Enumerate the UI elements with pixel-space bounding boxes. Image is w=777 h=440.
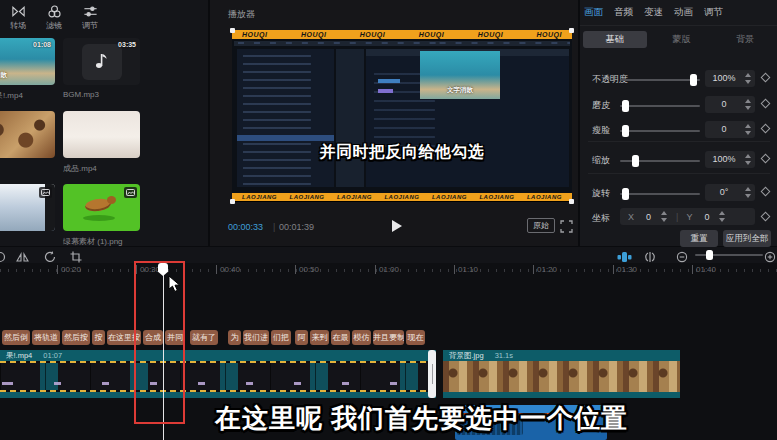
slider-handle[interactable] (622, 125, 629, 137)
coordinate-box: X 0 | Y 0 (620, 208, 755, 225)
subtitle-clip[interactable]: 们把 (271, 330, 291, 345)
subtitle-clip[interactable]: 将轨道 (32, 330, 60, 345)
media-item-donuts[interactable] (0, 111, 55, 158)
clip-header: 果!.mp4 01:07 (0, 350, 436, 361)
keyframe-diamond-icon[interactable] (761, 99, 771, 109)
subtab-蒙版[interactable]: 蒙版 (650, 31, 714, 48)
subtitle-clip[interactable]: 模仿 (352, 330, 371, 345)
value-box: 0° (705, 184, 755, 201)
timeline-ruler[interactable]: 00:2000:3000:4000:5001:0001:1001:2001:30… (0, 263, 777, 277)
value-stepper[interactable] (745, 124, 751, 135)
value-stepper[interactable] (745, 99, 751, 110)
value-stepper[interactable] (745, 73, 751, 84)
tab-音频[interactable]: 音频 (614, 6, 633, 19)
watermark-text: HOUQI (360, 31, 385, 38)
value-stepper[interactable] (745, 154, 751, 165)
watermark-text: LAOJIANG (479, 194, 514, 200)
apply-to-all-button[interactable]: 应用到全部 (723, 230, 771, 247)
slider-track[interactable] (620, 193, 700, 195)
clip-name: 背景图.jpg (449, 351, 484, 360)
image-clip[interactable]: 背景图.jpg 31.1s (443, 350, 680, 398)
video-corner-handle[interactable] (569, 199, 574, 204)
media-item-tiger[interactable] (63, 184, 140, 231)
slider-row-磨皮: 磨皮0 (580, 94, 777, 112)
tool-调节[interactable]: 调节 (78, 2, 102, 36)
properties-subtabs: 基础蒙版背景 (580, 31, 777, 48)
ruler-label: 01:20 (533, 265, 557, 274)
media-item-audio[interactable]: 03:35 (63, 38, 140, 85)
tab-动画[interactable]: 动画 (674, 6, 693, 19)
tab-调节[interactable]: 调节 (704, 6, 723, 19)
reset-button[interactable]: 重置 (680, 230, 718, 247)
keyframe-diamond-icon[interactable] (761, 187, 771, 197)
subtitle-clip[interactable]: 为 (228, 330, 241, 345)
screen-recording-mid-panel (336, 49, 364, 187)
slider-handle[interactable] (690, 74, 697, 86)
subtitle-clip[interactable]: 然后按 (62, 330, 90, 345)
subtitle-clip[interactable]: 阿 (295, 330, 308, 345)
adjust-icon (78, 4, 102, 19)
media-item-bedroom[interactable] (63, 111, 140, 158)
inset-label: 文字消散 (420, 86, 500, 95)
ruler-label: 01:40 (692, 265, 716, 274)
keyframe-diamond-icon[interactable] (761, 212, 771, 222)
video-corner-handle[interactable] (569, 28, 574, 33)
play-button[interactable] (392, 220, 402, 232)
mouse-cursor (168, 275, 181, 297)
video-corner-handle[interactable] (230, 199, 235, 204)
tool-label: 转场 (6, 20, 30, 31)
tab-变速[interactable]: 变速 (644, 6, 663, 19)
slider-handle[interactable] (632, 155, 639, 167)
timeline-zoom-handle[interactable] (706, 250, 713, 260)
media-toolbar: 转场滤镜调节 (0, 2, 102, 36)
clip-trim-handle[interactable] (428, 350, 436, 398)
slider-track[interactable] (620, 160, 700, 162)
subtitle-clip[interactable]: 来到 (310, 330, 329, 345)
x-stepper[interactable] (661, 211, 667, 222)
media-item-caption: 成品.mp4 (63, 163, 143, 174)
player-controls: 00:00:33 | 00:01:39 原始 (210, 218, 578, 240)
properties-panel: 画面音频变速动画调节 基础蒙版背景 不透明度100%磨皮0瘦脸0缩放100%旋转… (580, 0, 777, 246)
fullscreen-icon[interactable] (560, 219, 573, 237)
video-clip-selected[interactable]: 果!.mp4 01:07 (0, 350, 436, 398)
slider-track[interactable] (620, 105, 700, 107)
slider-row-不透明度: 不透明度100% (580, 68, 777, 86)
subtitle-clip[interactable]: 按 (92, 330, 105, 345)
media-item-clouds[interactable] (0, 184, 55, 231)
subtitle-clip[interactable]: 在最 (331, 330, 350, 345)
value-stepper[interactable] (745, 187, 751, 198)
image-badge-icon (124, 187, 137, 198)
media-item-beach[interactable]: 文字消散01:08 (0, 38, 55, 85)
subtitle-clip[interactable]: 现在 (406, 330, 425, 345)
tool-滤镜[interactable]: 滤镜 (42, 2, 66, 36)
watermark-text: HOUQI (478, 31, 503, 38)
slider-handle[interactable] (622, 188, 629, 200)
subtitle-clip[interactable]: 我们进 (243, 330, 269, 345)
tool-转场[interactable]: 转场 (6, 2, 30, 36)
slider-label: 旋转 (592, 187, 610, 200)
filmstrip (0, 363, 436, 390)
tab-画面[interactable]: 画面 (584, 6, 603, 19)
slider-track[interactable] (620, 130, 700, 132)
y-value: 0 (704, 212, 709, 222)
subtab-基础[interactable]: 基础 (583, 31, 647, 48)
y-stepper[interactable] (719, 211, 725, 222)
keyframe-diamond-icon[interactable] (761, 124, 771, 134)
media-item-caption: 绿幕素材 (1).png (63, 236, 143, 246)
music-note-box (82, 44, 122, 80)
subtitle-clip[interactable]: 然后倒 (2, 330, 30, 345)
media-item-caption: .jpg (0, 236, 58, 245)
slider-track[interactable] (620, 79, 700, 81)
slider-row-缩放: 缩放100% (580, 149, 777, 167)
original-quality-button[interactable]: 原始 (527, 218, 555, 233)
keyframe-diamond-icon[interactable] (761, 73, 771, 83)
video-corner-handle[interactable] (230, 28, 235, 33)
player-video[interactable]: HOUQIHOUQIHOUQIHOUQIHOUQIHOUQI 文字消散 并同时把… (232, 30, 572, 202)
subtitle-clip[interactable]: 并且要制 (373, 330, 404, 345)
slider-handle[interactable] (622, 100, 629, 112)
subtitle-clip[interactable]: 就有了 (190, 330, 218, 345)
subtab-背景[interactable]: 背景 (713, 31, 777, 48)
keyframe-diamond-icon[interactable] (761, 154, 771, 164)
media-library-panel: 转场滤镜调节 文字消散01:08程]...果!.mp403:35BGM.mp3j… (0, 0, 208, 246)
watermark-text: LAOJIANG (384, 194, 419, 200)
